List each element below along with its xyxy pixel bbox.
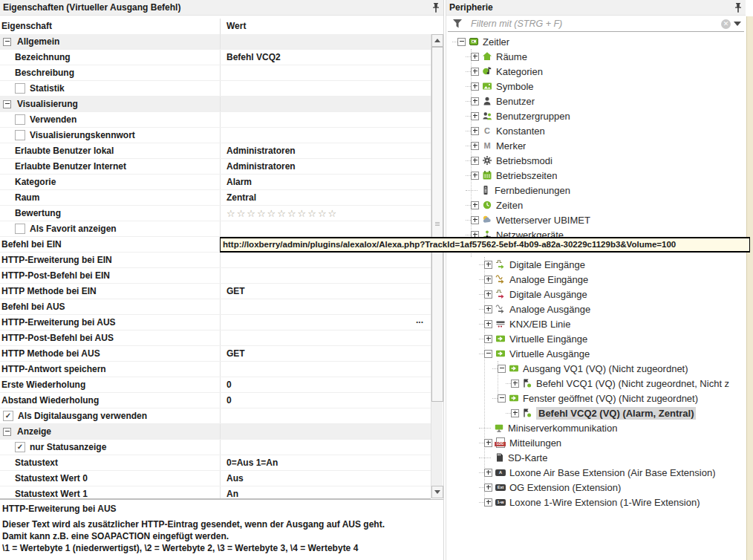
collapse-icon[interactable] [457, 38, 466, 46]
tree-item-betriebszeiten[interactable]: Betriebszeiten [448, 168, 744, 183]
property-row[interactable]: RaumZentral [0, 190, 431, 206]
expand-icon[interactable] [484, 320, 492, 328]
property-value-cell[interactable] [221, 268, 431, 283]
expand-icon[interactable] [471, 68, 479, 76]
property-value-cell[interactable] [221, 221, 431, 236]
expand-icon[interactable] [471, 216, 479, 224]
property-group-row[interactable]: Allgemein [0, 34, 431, 50]
tree-item-analoge-eingänge[interactable]: Analoge Eingänge [448, 272, 744, 287]
property-row[interactable]: Erlaubte Benutzer lokalAdministratoren [0, 143, 431, 159]
property-row[interactable]: HTTP-Erweiterung bei AUS... [0, 315, 431, 331]
property-row[interactable]: Statustext Wert 1An [0, 486, 431, 499]
filter-dropdown-icon[interactable] [734, 22, 741, 26]
property-value-cell[interactable]: 0 [221, 377, 431, 392]
ellipsis-button[interactable]: ... [416, 315, 423, 325]
tree-item-digitale-ausgänge[interactable]: Digitale Ausgänge [448, 287, 744, 302]
property-row[interactable]: Statustext0=Aus 1=An [0, 455, 431, 471]
expand-icon[interactable] [471, 53, 479, 61]
property-row[interactable]: HTTP-Antwort speichern [0, 362, 431, 377]
scrollbar-thumb[interactable] [431, 47, 443, 402]
property-value-cell[interactable]: Alarm [221, 175, 431, 189]
expand-icon[interactable] [484, 469, 492, 477]
expand-icon[interactable] [511, 380, 519, 388]
collapsed-panel-strip[interactable] [746, 16, 753, 560]
expand-icon[interactable] [471, 201, 479, 209]
scroll-up-button[interactable] [431, 34, 443, 47]
expand-icon[interactable] [471, 82, 479, 91]
tree-item-mitteilungen[interactable]: LOGMitteilungen [448, 435, 744, 450]
tree-item-virtuelle-eingänge[interactable]: Virtuelle Eingänge [448, 331, 744, 346]
property-row[interactable]: Visualisierungskennwort [0, 128, 431, 143]
expand-icon[interactable] [471, 127, 479, 135]
property-row[interactable]: HTTP-Post-Befehl bei AUS [0, 331, 431, 346]
collapse-icon[interactable] [498, 365, 506, 373]
pin-icon[interactable] [431, 3, 440, 13]
checkbox[interactable] [15, 83, 25, 94]
expand-icon[interactable] [484, 498, 492, 507]
property-value-cell[interactable]: Administratoren [221, 159, 431, 174]
property-row[interactable]: Statistik [0, 81, 431, 97]
expand-icon[interactable] [471, 142, 479, 150]
column-header-value[interactable]: Wert [221, 19, 431, 34]
tree-item-knx-eib-linie[interactable]: KNX/EIB Linie [448, 316, 744, 331]
expand-icon[interactable] [471, 172, 479, 180]
property-row[interactable]: HTTP Methode bei AUSGET [0, 346, 431, 362]
filter-input[interactable] [469, 18, 718, 30]
property-row[interactable]: HTTP-Post-Befehl bei EIN [0, 268, 431, 284]
scroll-down-button[interactable] [431, 486, 443, 498]
property-value-cell[interactable] [221, 331, 431, 345]
expand-icon[interactable] [484, 290, 492, 299]
expand-icon[interactable] [484, 439, 492, 447]
property-row[interactable]: HTTP-Erweiterung bei EIN [0, 253, 431, 268]
tree-item-sd-karte[interactable]: SD-Karte [448, 450, 744, 465]
checkbox[interactable]: ✓ [3, 411, 13, 421]
property-value-cell[interactable]: Befehl VCQ2 [221, 50, 431, 65]
expand-icon[interactable] [471, 112, 479, 120]
tree-item-digitale-eingänge[interactable]: Digitale Eingänge [448, 257, 744, 272]
tree-item-miniserverkommunikation[interactable]: Miniserverkommunikation [448, 420, 744, 435]
expand-icon[interactable] [471, 97, 479, 105]
expand-icon[interactable] [484, 335, 492, 343]
checkbox[interactable] [15, 130, 25, 140]
property-value-cell[interactable]: Administratoren [221, 143, 431, 158]
tree-item-zeiten[interactable]: Zeiten [448, 198, 744, 212]
property-row[interactable]: Bewertung☆☆☆☆☆☆☆☆☆☆☆ [0, 206, 431, 221]
tree-item-loxone-1-wire-extension-1-wire-extension[interactable]: 1-wLoxone 1-Wire Extension (1-Wire Exten… [448, 495, 744, 509]
tree-item-kategorien[interactable]: Kategorien [448, 64, 744, 79]
property-value-cell[interactable]: ☆☆☆☆☆☆☆☆☆☆☆ [221, 206, 431, 221]
tree-item-befehl-vcq2-vq-alarm-zentral[interactable]: Befehl VCQ2 (VQ) (Alarm, Zentral) [448, 406, 744, 420]
tree-item-wetterserver-ubimet[interactable]: Wetterserver UBIMET [448, 212, 744, 227]
property-value-cell[interactable] [221, 253, 431, 267]
property-row[interactable]: Als Favorit anzeigen [0, 221, 431, 237]
property-value-cell[interactable] [221, 112, 431, 127]
tree-item-fernbedienungen[interactable]: Fernbedienungen [448, 183, 744, 198]
property-value-cell[interactable]: 0=Aus 1=An [221, 455, 431, 470]
property-value-cell[interactable]: GET [221, 346, 431, 361]
expand-icon[interactable] [471, 157, 479, 165]
property-value-cell[interactable] [221, 65, 431, 80]
property-value-cell[interactable] [221, 440, 431, 455]
tree-item-merker[interactable]: MMerker [448, 138, 744, 153]
property-value-cell[interactable]: 0 [221, 393, 431, 408]
property-group-row[interactable]: Visualisierung [0, 97, 431, 112]
property-row[interactable]: Erste Wiederholung0 [0, 377, 431, 393]
collapse-icon[interactable] [498, 394, 506, 403]
property-row[interactable]: Verwenden [0, 112, 431, 128]
checkbox[interactable] [15, 114, 25, 125]
tree-item-symbole[interactable]: Symbole [448, 79, 744, 94]
tree-item-benutzer[interactable]: Benutzer [448, 94, 744, 108]
property-value-cell[interactable]: Zentral [221, 190, 431, 205]
expand-icon[interactable] [484, 261, 492, 269]
collapse-icon[interactable] [484, 350, 492, 358]
tree-item-og-extension-extension[interactable]: ExtOG Extension (Extension) [448, 480, 744, 495]
column-header-property[interactable]: Eigenschaft [0, 19, 221, 34]
property-value-cell[interactable] [221, 299, 431, 314]
expand-icon[interactable] [484, 484, 492, 492]
property-row[interactable]: Statustext Wert 0Aus [0, 471, 431, 486]
tree-item-zeitler[interactable]: Zeitler [448, 34, 744, 49]
property-row[interactable]: ✓nur Statusanzeige [0, 440, 431, 455]
property-value-cell[interactable]: ... [221, 315, 431, 330]
property-value-cell[interactable]: GET [221, 284, 431, 299]
tree-item-benutzergruppen[interactable]: Benutzergruppen [448, 108, 744, 123]
property-value-cell[interactable]: Aus [221, 471, 431, 486]
